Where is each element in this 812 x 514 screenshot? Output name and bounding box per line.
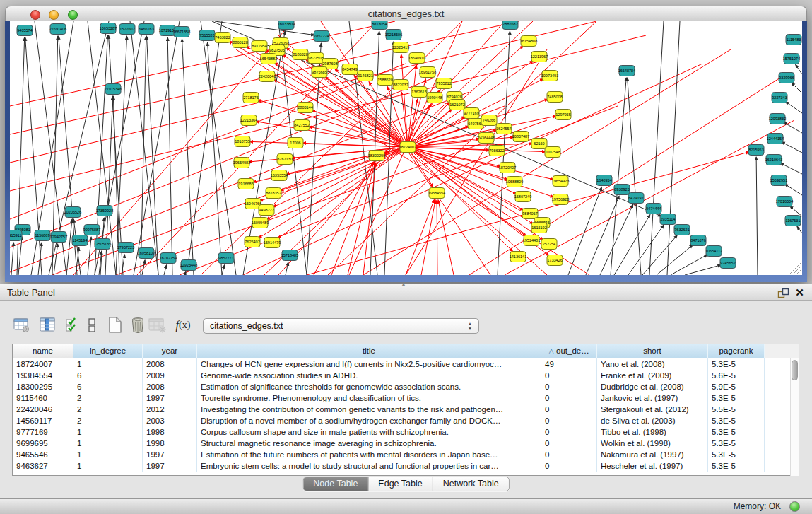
svg-text:18724007: 18724007 [399, 145, 416, 149]
citation-graph[interactable]: 9405574276914061065328715276026466163107… [10, 21, 802, 275]
svg-text:9498222: 9498222 [259, 208, 273, 212]
table-panel-title: Table Panel [7, 284, 55, 300]
svg-text:9227343: 9227343 [772, 95, 787, 100]
svg-text:18300295: 18300295 [368, 153, 385, 158]
svg-text:9245652: 9245652 [720, 261, 735, 265]
svg-text:7632621: 7632621 [674, 228, 689, 232]
svg-text:9827505: 9827505 [269, 48, 284, 52]
table-row[interactable]: 1830029562008Estimation of significance … [13, 381, 799, 392]
svg-text:1640954: 1640954 [596, 178, 611, 182]
close-window-button[interactable] [30, 10, 40, 20]
status-bar: Memory: OK [0, 498, 812, 514]
column-header-year[interactable]: year [143, 344, 197, 358]
svg-text:22420046: 22420046 [259, 74, 276, 78]
svg-text:12505135: 12505135 [94, 242, 111, 246]
row-selection-button[interactable] [64, 317, 82, 334]
svg-text:1621072: 1621072 [449, 103, 464, 107]
svg-text:16807249: 16807249 [514, 194, 531, 199]
svg-text:1145194: 1145194 [72, 238, 87, 243]
svg-text:10973493: 10973493 [541, 74, 558, 78]
column-header-out_de[interactable]: △out_de… [541, 344, 597, 358]
svg-text:1588520: 1588520 [377, 78, 392, 82]
table-row[interactable]: 911546021997Tourette syndrome. Phenomeno… [13, 392, 799, 404]
column-header-in_degree[interactable]: in_degree [73, 344, 143, 358]
svg-text:252254: 252254 [543, 242, 555, 246]
svg-text:2987608: 2987608 [322, 62, 337, 66]
svg-text:1167531: 1167531 [785, 218, 800, 223]
svg-text:2803144: 2803144 [298, 105, 312, 110]
table-row[interactable]: 1456911722003Disruption of a novel membe… [13, 415, 799, 426]
splitter-grip-icon[interactable]: ▲ [399, 282, 408, 286]
svg-text:9857771: 9857771 [218, 256, 233, 260]
svg-text:2935114: 2935114 [660, 217, 675, 221]
svg-text:8454749: 8454749 [342, 67, 357, 71]
svg-text:2718176: 2718176 [243, 95, 258, 100]
new-column-button[interactable] [106, 317, 124, 334]
show-columns-button[interactable] [39, 317, 57, 334]
svg-text:8912954: 8912954 [252, 44, 266, 48]
svg-text:9827508: 9827508 [308, 56, 323, 60]
network-canvas[interactable]: 9405574276914061065328715276026466163107… [10, 21, 802, 275]
svg-text:17006: 17006 [290, 141, 300, 145]
tab-network-table[interactable]: Network Table [433, 477, 509, 491]
svg-text:3915911: 3915911 [10, 233, 22, 238]
column-header-title[interactable]: title [197, 344, 541, 358]
tab-edge-table[interactable]: Edge Table [368, 477, 433, 491]
svg-text:8215953: 8215953 [748, 148, 763, 152]
table-body: 1872400712008Changes of HCN gene express… [13, 358, 799, 472]
column-header-short[interactable]: short [597, 344, 708, 358]
svg-text:1615192: 1615192 [531, 226, 546, 230]
table-mode-button[interactable] [13, 317, 31, 334]
svg-text:12444154: 12444154 [767, 136, 784, 141]
tab-node-table[interactable]: Node Table [303, 477, 368, 491]
table-tabs: Node TableEdge TableNetwork Table [302, 477, 509, 491]
column-header-pagerank[interactable]: pagerank [708, 344, 765, 358]
table-row[interactable]: 969969511998Structural magnetic resonanc… [13, 438, 799, 449]
svg-text:12325419: 12325419 [392, 45, 409, 49]
table-row[interactable]: 2242004622012Investigating the contribut… [13, 404, 799, 415]
svg-text:21915346: 21915346 [105, 87, 122, 91]
svg-text:17016504: 17016504 [776, 199, 793, 204]
memory-status-indicator [789, 501, 800, 512]
svg-text:6479197: 6479197 [628, 196, 643, 200]
svg-text:9474444: 9474444 [646, 206, 661, 211]
svg-text:12213967: 12213967 [531, 54, 548, 59]
delete-table-button-disabled [148, 317, 167, 334]
delete-column-button[interactable] [129, 317, 147, 334]
svg-text:16543882: 16543882 [260, 57, 277, 61]
zoom-window-button[interactable] [68, 10, 78, 20]
svg-text:16033809: 16033809 [278, 22, 295, 26]
table-selector-dropdown[interactable]: citations_edges.txt ▲▼ [203, 318, 479, 334]
svg-text:8938923: 8938923 [614, 187, 629, 192]
column-header-name[interactable]: name [13, 344, 73, 358]
svg-text:19654923: 19654923 [552, 179, 569, 183]
table-row[interactable]: 1872400712008Changes of HCN gene express… [13, 358, 799, 370]
svg-text:10654112: 10654112 [705, 249, 722, 253]
table-panel: ▲ Table Panel ✕ [0, 284, 812, 498]
scrollbar-thumb[interactable] [792, 360, 798, 380]
svg-text:1527602: 1527602 [119, 27, 134, 31]
window-titlebar[interactable]: citations_edges.txt [5, 6, 807, 21]
svg-text:14136141: 14136141 [510, 255, 526, 259]
sort-ascending-icon: △ [548, 347, 554, 355]
svg-text:18640910: 18640910 [408, 56, 425, 60]
table-row[interactable]: 1938455462009Genome-wide association stu… [13, 370, 799, 381]
function-builder-button[interactable]: f(x) [174, 317, 192, 334]
float-panel-icon[interactable] [777, 287, 789, 299]
table-row[interactable]: 946362711997Embryonic stem cells: a mode… [13, 460, 799, 472]
network-view-frame: 9405574276914061065328715276026466163107… [5, 21, 807, 282]
vertical-scrollbar[interactable] [790, 358, 799, 476]
svg-text:8878352: 8878352 [266, 191, 281, 195]
svg-text:17957223: 17957223 [117, 245, 134, 250]
close-panel-icon[interactable]: ✕ [794, 287, 806, 299]
svg-text:746266: 746266 [483, 118, 495, 122]
svg-text:1115483: 1115483 [787, 37, 801, 42]
svg-text:24364446: 24364446 [478, 136, 495, 140]
desktop: { "window": { "title": "citations_edges.… [0, 0, 812, 514]
table-panel-header: ▲ Table Panel ✕ [0, 284, 812, 301]
minimize-window-button[interactable] [49, 10, 59, 20]
table-row[interactable]: 946554611997Estimation of the future num… [13, 449, 799, 460]
table-row[interactable]: 977716911998Corpus callosum shape and si… [13, 426, 799, 438]
svg-text:10807487: 10807487 [512, 134, 529, 139]
merge-columns-button[interactable] [86, 317, 98, 334]
